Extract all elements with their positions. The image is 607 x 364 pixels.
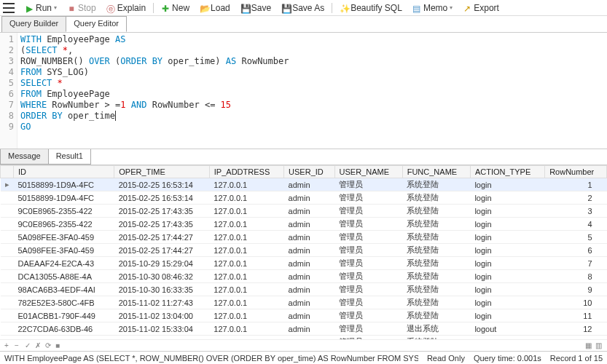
export-button[interactable]: ↗Export bbox=[458, 2, 504, 14]
table-row[interactable]: DCA13055-A88E-4A2015-10-30 08:46:32127.0… bbox=[1, 270, 607, 283]
folder-icon: 📂 bbox=[200, 4, 208, 12]
run-button[interactable]: ▶Run▾ bbox=[20, 2, 61, 14]
explain-button[interactable]: ⓔExplain bbox=[102, 2, 150, 14]
save-as-button[interactable]: 💾Save As bbox=[277, 2, 329, 14]
separator bbox=[153, 3, 154, 13]
disk-icon: 💾 bbox=[240, 4, 249, 12]
cancel-icon[interactable]: ✗ bbox=[35, 342, 42, 349]
column-header[interactable]: ID bbox=[14, 166, 114, 178]
result-grid[interactable]: IDOPER_TIMEIP_ADDTRESSUSER_IDUSER_NAMEFU… bbox=[0, 165, 607, 339]
line-gutter: 123456789 bbox=[0, 33, 17, 149]
editor-tabs: Query Builder Query Editor bbox=[0, 16, 607, 32]
dropdown-icon: ▾ bbox=[450, 4, 453, 11]
wand-icon: ✨ bbox=[340, 4, 348, 12]
separator bbox=[332, 3, 332, 13]
sql-editor[interactable]: 123456789 WITH EmployeePage AS(SELECT *,… bbox=[0, 32, 607, 149]
table-row[interactable]: E01ACBB1-790F-4492015-11-02 13:04:00127.… bbox=[1, 309, 607, 323]
form-view-icon[interactable]: ▥ bbox=[595, 342, 603, 349]
load-button[interactable]: 📂Load bbox=[195, 2, 235, 14]
play-icon: ▶ bbox=[25, 4, 34, 12]
status-mode: Read Only bbox=[427, 354, 465, 363]
main-toolbar: ▶Run▾ ■Stop ⓔExplain ✚New 📂Load 💾Save 💾S… bbox=[0, 0, 607, 16]
column-header[interactable]: USER_ID bbox=[284, 166, 334, 178]
result-tabs: Message Result1 bbox=[0, 149, 607, 165]
disk-icon: 💾 bbox=[281, 4, 290, 12]
table-row[interactable]: 782E52E3-580C-4FB2015-11-02 11:27:43127.… bbox=[1, 296, 607, 309]
table-row[interactable]: 50158899-1D9A-4FC2015-02-25 16:53:14127.… bbox=[1, 191, 607, 205]
stop-button[interactable]: ■Stop bbox=[63, 2, 101, 14]
tab-query-builder[interactable]: Query Builder bbox=[1, 16, 66, 32]
commit-icon[interactable]: ✓ bbox=[25, 342, 32, 349]
beautify-button[interactable]: ✨Beautify SQL bbox=[335, 2, 407, 14]
memo-button[interactable]: ▤Memo▾ bbox=[408, 2, 457, 14]
grid-toolbar: + − ✓ ✗ ⟳ ■ ▦ ▥ bbox=[0, 339, 607, 351]
tab-message[interactable]: Message bbox=[0, 149, 49, 165]
grid-view-icon[interactable]: ▦ bbox=[585, 342, 592, 349]
explain-icon: ⓔ bbox=[106, 4, 115, 12]
new-button[interactable]: ✚New bbox=[157, 2, 194, 14]
status-bar: WITH EmployeePage AS (SELECT *, ROW_NUMB… bbox=[0, 351, 607, 364]
export-icon: ↗ bbox=[463, 4, 471, 12]
column-header[interactable]: OPER_TIME bbox=[114, 166, 210, 178]
delete-row-icon[interactable]: − bbox=[15, 342, 22, 349]
plus-icon: ✚ bbox=[161, 4, 170, 12]
table-row[interactable]: 5A098FEE-3FA0-4592015-02-25 17:44:27127.… bbox=[1, 244, 607, 257]
stop-fetch-icon[interactable]: ■ bbox=[55, 342, 63, 349]
add-row-icon[interactable]: + bbox=[4, 342, 12, 349]
column-header[interactable]: USER_NAME bbox=[334, 166, 402, 178]
table-row[interactable]: ▸50158899-1D9A-4FC2015-02-25 16:53:14127… bbox=[1, 178, 607, 191]
table-row[interactable]: 98ACA6B3-4EDF-4AI2015-10-30 16:33:35127.… bbox=[1, 283, 607, 296]
result-table: IDOPER_TIMEIP_ADDTRESSUSER_IDUSER_NAMEFU… bbox=[0, 165, 607, 339]
column-header[interactable]: IP_ADDTRESS bbox=[209, 166, 283, 178]
table-row[interactable]: 9C0E8965-2355-4222015-02-25 17:43:35127.… bbox=[1, 205, 607, 218]
status-time: Query time: 0.001s bbox=[474, 354, 541, 363]
stop-icon: ■ bbox=[67, 4, 76, 12]
dropdown-icon: ▾ bbox=[54, 4, 57, 11]
status-sql: WITH EmployeePage AS (SELECT *, ROW_NUMB… bbox=[4, 354, 418, 363]
column-header[interactable]: ACTION_TYPE bbox=[470, 166, 544, 178]
tab-result1[interactable]: Result1 bbox=[48, 149, 91, 165]
save-button[interactable]: 💾Save bbox=[236, 2, 275, 14]
tab-query-editor[interactable]: Query Editor bbox=[66, 16, 127, 32]
table-row[interactable]: 9C0E8965-2355-4222015-02-25 17:43:35127.… bbox=[1, 218, 607, 231]
refresh-icon[interactable]: ⟳ bbox=[45, 342, 52, 349]
note-icon: ▤ bbox=[412, 4, 421, 12]
menu-icon[interactable] bbox=[3, 3, 15, 13]
column-header[interactable]: FUNC_NAME bbox=[402, 166, 470, 178]
column-header[interactable]: RowNumber bbox=[545, 166, 607, 178]
code-area[interactable]: WITH EmployeePage AS(SELECT *,ROW_NUMBER… bbox=[17, 33, 607, 149]
status-record: Record 1 of 15 bbox=[550, 354, 603, 363]
table-row[interactable]: DAEAAF24-E2CA-432015-10-29 15:29:04127.0… bbox=[1, 257, 607, 270]
table-row[interactable]: 5A098FEE-3FA0-4592015-02-25 17:44:27127.… bbox=[1, 231, 607, 244]
table-row[interactable]: 22C7CDA6-63DB-462015-11-02 15:33:04127.0… bbox=[1, 323, 607, 336]
